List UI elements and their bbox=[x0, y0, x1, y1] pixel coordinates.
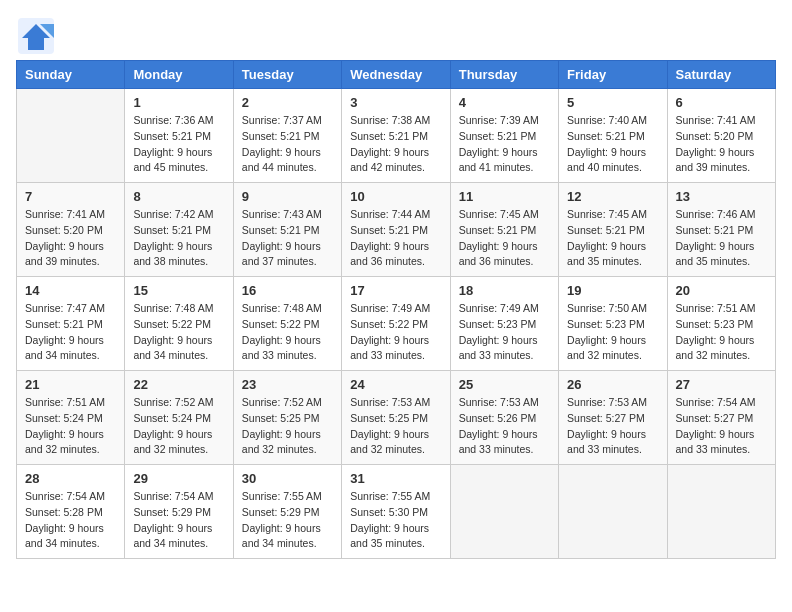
calendar-cell: 10Sunrise: 7:44 AMSunset: 5:21 PMDayligh… bbox=[342, 183, 450, 277]
calendar-cell: 25Sunrise: 7:53 AMSunset: 5:26 PMDayligh… bbox=[450, 371, 558, 465]
day-number: 31 bbox=[350, 471, 441, 486]
calendar-cell: 15Sunrise: 7:48 AMSunset: 5:22 PMDayligh… bbox=[125, 277, 233, 371]
day-info: Sunrise: 7:54 AMSunset: 5:29 PMDaylight:… bbox=[133, 489, 224, 552]
day-header-tuesday: Tuesday bbox=[233, 61, 341, 89]
calendar-cell: 29Sunrise: 7:54 AMSunset: 5:29 PMDayligh… bbox=[125, 465, 233, 559]
calendar-cell: 8Sunrise: 7:42 AMSunset: 5:21 PMDaylight… bbox=[125, 183, 233, 277]
calendar-cell: 22Sunrise: 7:52 AMSunset: 5:24 PMDayligh… bbox=[125, 371, 233, 465]
day-number: 2 bbox=[242, 95, 333, 110]
day-info: Sunrise: 7:46 AMSunset: 5:21 PMDaylight:… bbox=[676, 207, 767, 270]
calendar-cell: 1Sunrise: 7:36 AMSunset: 5:21 PMDaylight… bbox=[125, 89, 233, 183]
day-info: Sunrise: 7:53 AMSunset: 5:26 PMDaylight:… bbox=[459, 395, 550, 458]
day-info: Sunrise: 7:52 AMSunset: 5:25 PMDaylight:… bbox=[242, 395, 333, 458]
day-info: Sunrise: 7:37 AMSunset: 5:21 PMDaylight:… bbox=[242, 113, 333, 176]
calendar-cell: 17Sunrise: 7:49 AMSunset: 5:22 PMDayligh… bbox=[342, 277, 450, 371]
calendar-cell bbox=[450, 465, 558, 559]
day-number: 3 bbox=[350, 95, 441, 110]
day-info: Sunrise: 7:51 AMSunset: 5:24 PMDaylight:… bbox=[25, 395, 116, 458]
calendar-cell: 30Sunrise: 7:55 AMSunset: 5:29 PMDayligh… bbox=[233, 465, 341, 559]
day-info: Sunrise: 7:49 AMSunset: 5:23 PMDaylight:… bbox=[459, 301, 550, 364]
day-number: 12 bbox=[567, 189, 658, 204]
day-number: 28 bbox=[25, 471, 116, 486]
page-header bbox=[16, 16, 776, 52]
calendar-cell: 24Sunrise: 7:53 AMSunset: 5:25 PMDayligh… bbox=[342, 371, 450, 465]
calendar-cell: 3Sunrise: 7:38 AMSunset: 5:21 PMDaylight… bbox=[342, 89, 450, 183]
calendar-cell bbox=[559, 465, 667, 559]
day-number: 27 bbox=[676, 377, 767, 392]
calendar-header: SundayMondayTuesdayWednesdayThursdayFrid… bbox=[17, 61, 776, 89]
day-number: 19 bbox=[567, 283, 658, 298]
day-number: 10 bbox=[350, 189, 441, 204]
day-info: Sunrise: 7:47 AMSunset: 5:21 PMDaylight:… bbox=[25, 301, 116, 364]
day-header-sunday: Sunday bbox=[17, 61, 125, 89]
calendar-cell: 28Sunrise: 7:54 AMSunset: 5:28 PMDayligh… bbox=[17, 465, 125, 559]
day-header-wednesday: Wednesday bbox=[342, 61, 450, 89]
calendar-cell: 2Sunrise: 7:37 AMSunset: 5:21 PMDaylight… bbox=[233, 89, 341, 183]
day-number: 16 bbox=[242, 283, 333, 298]
day-number: 17 bbox=[350, 283, 441, 298]
day-info: Sunrise: 7:50 AMSunset: 5:23 PMDaylight:… bbox=[567, 301, 658, 364]
logo-icon bbox=[16, 16, 52, 52]
calendar-cell: 13Sunrise: 7:46 AMSunset: 5:21 PMDayligh… bbox=[667, 183, 775, 277]
logo bbox=[16, 16, 56, 52]
day-info: Sunrise: 7:36 AMSunset: 5:21 PMDaylight:… bbox=[133, 113, 224, 176]
day-info: Sunrise: 7:53 AMSunset: 5:25 PMDaylight:… bbox=[350, 395, 441, 458]
calendar-week-3: 14Sunrise: 7:47 AMSunset: 5:21 PMDayligh… bbox=[17, 277, 776, 371]
day-info: Sunrise: 7:54 AMSunset: 5:28 PMDaylight:… bbox=[25, 489, 116, 552]
day-number: 6 bbox=[676, 95, 767, 110]
calendar-cell: 6Sunrise: 7:41 AMSunset: 5:20 PMDaylight… bbox=[667, 89, 775, 183]
calendar-cell: 7Sunrise: 7:41 AMSunset: 5:20 PMDaylight… bbox=[17, 183, 125, 277]
day-info: Sunrise: 7:55 AMSunset: 5:29 PMDaylight:… bbox=[242, 489, 333, 552]
calendar-table: SundayMondayTuesdayWednesdayThursdayFrid… bbox=[16, 60, 776, 559]
day-info: Sunrise: 7:45 AMSunset: 5:21 PMDaylight:… bbox=[459, 207, 550, 270]
calendar-cell: 21Sunrise: 7:51 AMSunset: 5:24 PMDayligh… bbox=[17, 371, 125, 465]
day-info: Sunrise: 7:44 AMSunset: 5:21 PMDaylight:… bbox=[350, 207, 441, 270]
day-number: 1 bbox=[133, 95, 224, 110]
calendar-cell: 4Sunrise: 7:39 AMSunset: 5:21 PMDaylight… bbox=[450, 89, 558, 183]
day-number: 18 bbox=[459, 283, 550, 298]
day-number: 23 bbox=[242, 377, 333, 392]
calendar-cell: 20Sunrise: 7:51 AMSunset: 5:23 PMDayligh… bbox=[667, 277, 775, 371]
day-info: Sunrise: 7:41 AMSunset: 5:20 PMDaylight:… bbox=[676, 113, 767, 176]
day-info: Sunrise: 7:53 AMSunset: 5:27 PMDaylight:… bbox=[567, 395, 658, 458]
calendar-cell bbox=[667, 465, 775, 559]
day-number: 29 bbox=[133, 471, 224, 486]
day-info: Sunrise: 7:54 AMSunset: 5:27 PMDaylight:… bbox=[676, 395, 767, 458]
day-info: Sunrise: 7:48 AMSunset: 5:22 PMDaylight:… bbox=[242, 301, 333, 364]
day-info: Sunrise: 7:41 AMSunset: 5:20 PMDaylight:… bbox=[25, 207, 116, 270]
day-info: Sunrise: 7:38 AMSunset: 5:21 PMDaylight:… bbox=[350, 113, 441, 176]
calendar-cell: 14Sunrise: 7:47 AMSunset: 5:21 PMDayligh… bbox=[17, 277, 125, 371]
day-info: Sunrise: 7:45 AMSunset: 5:21 PMDaylight:… bbox=[567, 207, 658, 270]
day-info: Sunrise: 7:51 AMSunset: 5:23 PMDaylight:… bbox=[676, 301, 767, 364]
day-number: 8 bbox=[133, 189, 224, 204]
day-info: Sunrise: 7:52 AMSunset: 5:24 PMDaylight:… bbox=[133, 395, 224, 458]
day-info: Sunrise: 7:39 AMSunset: 5:21 PMDaylight:… bbox=[459, 113, 550, 176]
day-header-saturday: Saturday bbox=[667, 61, 775, 89]
day-number: 14 bbox=[25, 283, 116, 298]
day-info: Sunrise: 7:48 AMSunset: 5:22 PMDaylight:… bbox=[133, 301, 224, 364]
calendar-cell: 11Sunrise: 7:45 AMSunset: 5:21 PMDayligh… bbox=[450, 183, 558, 277]
calendar-cell: 5Sunrise: 7:40 AMSunset: 5:21 PMDaylight… bbox=[559, 89, 667, 183]
day-info: Sunrise: 7:55 AMSunset: 5:30 PMDaylight:… bbox=[350, 489, 441, 552]
day-number: 5 bbox=[567, 95, 658, 110]
day-number: 30 bbox=[242, 471, 333, 486]
day-number: 7 bbox=[25, 189, 116, 204]
calendar-cell: 27Sunrise: 7:54 AMSunset: 5:27 PMDayligh… bbox=[667, 371, 775, 465]
calendar-week-1: 1Sunrise: 7:36 AMSunset: 5:21 PMDaylight… bbox=[17, 89, 776, 183]
calendar-cell: 12Sunrise: 7:45 AMSunset: 5:21 PMDayligh… bbox=[559, 183, 667, 277]
day-number: 22 bbox=[133, 377, 224, 392]
day-header-monday: Monday bbox=[125, 61, 233, 89]
calendar-cell: 31Sunrise: 7:55 AMSunset: 5:30 PMDayligh… bbox=[342, 465, 450, 559]
day-number: 26 bbox=[567, 377, 658, 392]
day-info: Sunrise: 7:49 AMSunset: 5:22 PMDaylight:… bbox=[350, 301, 441, 364]
day-info: Sunrise: 7:40 AMSunset: 5:21 PMDaylight:… bbox=[567, 113, 658, 176]
calendar-cell: 9Sunrise: 7:43 AMSunset: 5:21 PMDaylight… bbox=[233, 183, 341, 277]
day-number: 15 bbox=[133, 283, 224, 298]
calendar-week-4: 21Sunrise: 7:51 AMSunset: 5:24 PMDayligh… bbox=[17, 371, 776, 465]
calendar-cell: 23Sunrise: 7:52 AMSunset: 5:25 PMDayligh… bbox=[233, 371, 341, 465]
calendar-cell: 26Sunrise: 7:53 AMSunset: 5:27 PMDayligh… bbox=[559, 371, 667, 465]
calendar-week-5: 28Sunrise: 7:54 AMSunset: 5:28 PMDayligh… bbox=[17, 465, 776, 559]
day-header-friday: Friday bbox=[559, 61, 667, 89]
day-number: 21 bbox=[25, 377, 116, 392]
day-number: 20 bbox=[676, 283, 767, 298]
